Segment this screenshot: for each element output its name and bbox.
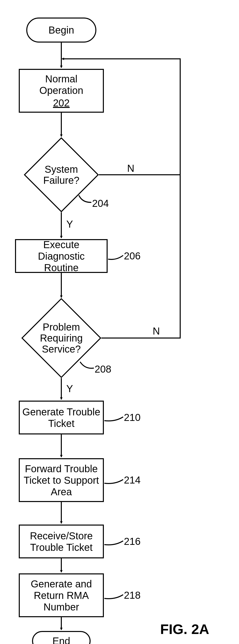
recvticket-ref: 216 — [124, 536, 141, 547]
normal-op-ref: 202 — [53, 97, 70, 109]
sysfail-l2: Failure? — [43, 175, 80, 186]
node-problem-service: Problem Requiring Service? — [21, 298, 101, 378]
genrma-l1: Generate and — [31, 578, 92, 590]
recvticket-l2: Trouble Ticket — [30, 542, 93, 553]
sysfail-l1: System — [45, 164, 78, 175]
probreq-l1: Problem — [43, 321, 80, 333]
genticket-ref: 210 — [124, 412, 141, 423]
execdiag-l1: Execute Diagnostic — [19, 239, 104, 262]
figure-caption: FIG. 2A — [160, 621, 209, 637]
fwdticket-l2: Ticket to Support — [24, 474, 99, 486]
sysfail-ref: 204 — [92, 198, 109, 209]
node-begin: Begin — [26, 18, 96, 43]
edge-sysfail-n: N — [127, 163, 134, 174]
recvticket-l1: Receive/Store — [30, 530, 93, 542]
genrma-l2: Return RMA — [34, 590, 89, 601]
node-normal-operation: Normal Operation 202 — [19, 69, 104, 113]
node-system-failure: System Failure? — [24, 137, 99, 212]
end-label: End — [52, 635, 70, 644]
fwdticket-l3: Area — [51, 486, 72, 498]
begin-label: Begin — [49, 25, 74, 36]
probreq-l2: Requiring — [40, 333, 83, 344]
genticket-l1: Generate Trouble — [22, 406, 100, 418]
edge-sysfail-y: Y — [66, 219, 73, 230]
node-generate-rma: Generate and Return RMA Number — [19, 573, 104, 617]
probreq-l3: Service? — [42, 344, 81, 355]
node-forward-ticket: Forward Trouble Ticket to Support Area — [19, 458, 104, 502]
genrma-l3: Number — [44, 601, 79, 613]
normal-op-text: Normal Operation — [22, 73, 100, 96]
node-end: End — [32, 631, 91, 644]
node-generate-ticket: Generate Trouble Ticket — [19, 401, 104, 434]
fwdticket-l1: Forward Trouble — [25, 463, 98, 474]
execdiag-l2: Routine — [44, 262, 79, 273]
node-exec-diagnostic: Execute Diagnostic Routine — [15, 239, 108, 273]
probreq-ref: 208 — [95, 364, 111, 375]
edge-probreq-y: Y — [66, 383, 73, 394]
genrma-ref: 218 — [124, 590, 141, 601]
execdiag-ref: 206 — [124, 250, 141, 262]
edge-probreq-n: N — [153, 326, 160, 337]
node-receive-ticket: Receive/Store Trouble Ticket — [19, 525, 104, 558]
genticket-l2: Ticket — [48, 418, 74, 429]
fwdticket-ref: 214 — [124, 474, 141, 486]
